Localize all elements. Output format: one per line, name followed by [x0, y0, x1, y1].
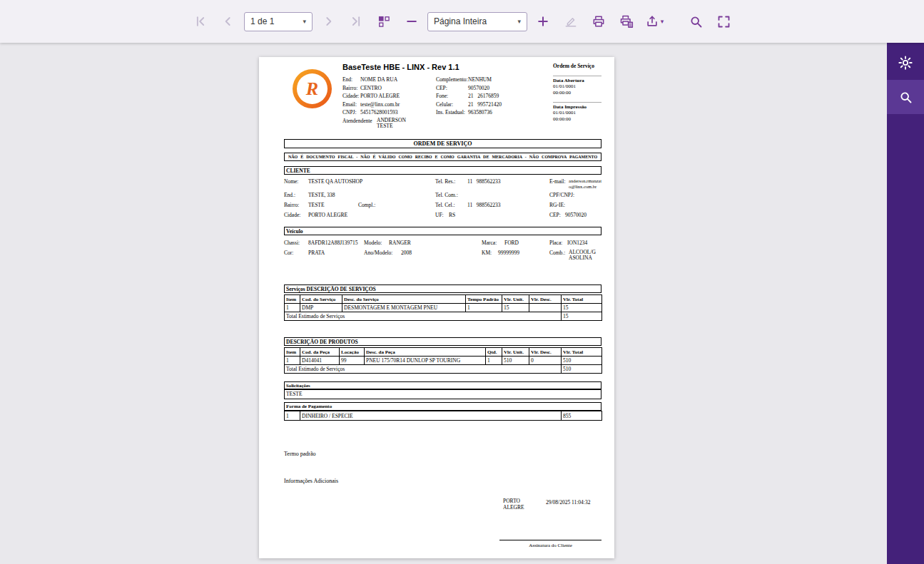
table-footer-value: 510 — [562, 365, 602, 374]
table-cell: 510 — [502, 357, 529, 365]
zoom-out-button[interactable] — [400, 9, 424, 34]
pagamento-table: 1 DINHEIRO / ESPECIE 855 — [284, 411, 602, 421]
solicitacoes-value: TESTE — [284, 389, 601, 399]
table-cell: 1 — [466, 304, 502, 312]
page-selector[interactable]: 1 de 1 ▾ — [244, 12, 313, 31]
table-cell: 1 — [486, 357, 502, 365]
search-button[interactable] — [684, 9, 708, 34]
field-label: CPF/CNPJ: — [549, 192, 574, 198]
table-cell: 1 — [285, 357, 300, 365]
fullscreen-icon — [716, 14, 731, 29]
zoom-selector[interactable]: Página Inteira ▾ — [427, 12, 527, 31]
table-cell: DMP — [300, 304, 342, 312]
table-footer-value: 15 — [562, 312, 602, 321]
table-cell: 510 — [562, 357, 602, 365]
table-cell: 1 — [285, 411, 300, 421]
table-header-cell: Desc. do Serviço — [342, 295, 466, 304]
field-label: Chassi: — [284, 240, 300, 246]
prev-page-button[interactable] — [216, 9, 240, 34]
veiculo-section-title: Veículo — [284, 227, 601, 235]
table-header-cell: Vlr. Total — [562, 295, 602, 304]
products-table: Item Cod. da Peça Locação Desc. da Peça … — [284, 347, 602, 374]
field-value: teste@linx.com.br — [360, 101, 400, 108]
next-page-button[interactable] — [316, 9, 340, 34]
signature-label: Assinatura do Cliente — [499, 543, 601, 548]
field-value: 01/01/0001 — [553, 110, 601, 116]
field-value: 8AFDR12A88J139715 — [308, 240, 358, 246]
open-date-block: Data Abertura 01/01/0001 00:00:00 — [553, 76, 601, 96]
field-label: Bairro: — [284, 202, 299, 208]
field-label: Ano/Modelo: — [364, 250, 392, 256]
services-section-title: Serviços DESCRIÇÃO DE SERVIÇOS — [284, 284, 601, 293]
search-icon — [898, 90, 913, 105]
table-row: 1 DMP DESMONTAGEM E MONTAGEM PNEU 1 15 1… — [285, 304, 602, 312]
table-header-row: Item Cod. do Serviço Desc. do Serviço Te… — [285, 295, 602, 304]
table-header-cell: Item — [285, 295, 300, 304]
field-value: TESTE QA AUTOSHOP — [308, 178, 362, 185]
field-value: 01/01/0001 — [553, 83, 601, 90]
toolbar: 1 de 1 ▾ Página Inteira ▾ ▾ — [0, 0, 924, 43]
field-label: End: — [342, 76, 352, 83]
report-title: BaseTeste HBE - LINX - Rev 1.1 — [342, 63, 460, 71]
field-value: PORTO ALEGRE — [360, 93, 400, 99]
company-info: End: NOME DA RUA Complemento: NENHUM Bai… — [342, 76, 549, 129]
field-label: Comb.: — [549, 250, 565, 256]
printer-icon — [592, 14, 606, 29]
table-cell: 0 — [529, 357, 562, 365]
field-value: 21 26176859 — [468, 93, 499, 99]
solicitacoes-section-title: Solicitações — [284, 381, 601, 389]
table-header-cell: Vlr. Total — [562, 348, 602, 357]
table-header-row: Item Cod. da Peça Locação Desc. da Peça … — [285, 348, 602, 357]
signature-line — [499, 540, 601, 540]
print-date-block: Data Impressão 01/01/0001 00:00:00 — [553, 102, 601, 122]
chevron-down-icon: ▾ — [661, 18, 664, 25]
settings-sidebar-button[interactable] — [887, 46, 924, 80]
printer-page-icon — [619, 14, 634, 29]
page-selector-value: 1 de 1 — [250, 16, 274, 26]
informacoes-adicionais-text: Informações Adicionais — [284, 478, 338, 484]
field-label: Marca: — [482, 240, 497, 246]
order-info: Ordem de Serviço Data Abertura 01/01/000… — [553, 63, 601, 122]
disclaimer-bar: NÃO É DOCUMENTO FISCAL - NÃO É VÁLIDO CO… — [284, 153, 601, 161]
field-value: NENHUM — [468, 76, 492, 83]
field-label: Cidade: — [342, 93, 359, 99]
first-page-button[interactable] — [188, 9, 213, 34]
field-value: 963580736 — [468, 109, 492, 116]
page-layout-icon — [377, 14, 391, 29]
cliente-section-title: CLIENTE — [284, 166, 601, 175]
table-cell: 15 — [502, 304, 529, 312]
order-info-title: Ordem de Serviço — [553, 63, 601, 69]
field-label: KM: — [482, 250, 492, 256]
table-header-cell: Vlr. Unit. — [502, 295, 529, 304]
field-value: anderson.rmanzato@linx.com.br — [569, 178, 602, 189]
field-label: CEP: — [549, 212, 561, 218]
fullscreen-button[interactable] — [711, 9, 736, 34]
chevron-right-icon — [321, 14, 335, 29]
order-title-bar: ORDEM DE SERVIÇO — [284, 139, 601, 148]
edit-button[interactable] — [559, 9, 583, 34]
table-cell: 855 — [562, 411, 602, 421]
company-logo: R — [293, 69, 332, 108]
chevron-left-icon — [221, 14, 235, 29]
field-label: Modelo: — [364, 240, 382, 246]
field-label: RG-IE: — [549, 202, 565, 208]
city-text: PORTO ALEGRE — [503, 498, 532, 511]
field-label: Compl.: — [358, 202, 375, 208]
field-value: 11 988562233 — [467, 178, 501, 185]
zoom-in-button[interactable] — [531, 9, 555, 34]
page-layout-button[interactable] — [372, 9, 396, 34]
search-sidebar-button[interactable] — [887, 80, 924, 114]
table-cell — [529, 304, 562, 312]
field-value: TESTE, 338 — [308, 192, 335, 198]
field-label: Complemento: — [436, 76, 468, 83]
last-page-button[interactable] — [344, 9, 368, 34]
chevron-down-icon: ▾ — [517, 18, 521, 25]
field-label: Data Abertura — [553, 78, 601, 83]
export-button[interactable]: ▾ — [642, 9, 666, 34]
field-value: NOME DA RUA — [360, 76, 397, 83]
export-icon — [645, 14, 659, 29]
print-button[interactable] — [587, 9, 611, 34]
print-setup-button[interactable] — [614, 9, 639, 34]
field-label: Tel. Cel.: — [435, 202, 455, 208]
field-value: 00:00:00 — [553, 116, 601, 123]
